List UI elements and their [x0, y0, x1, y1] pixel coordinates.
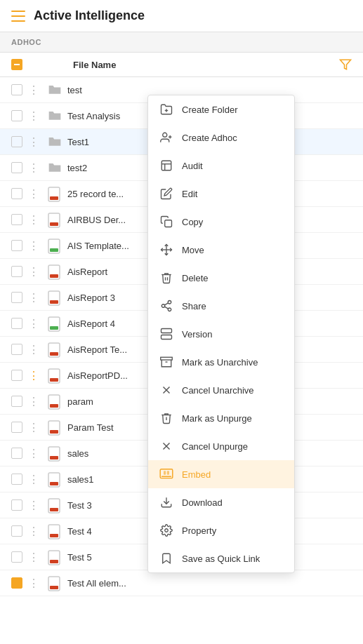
- row-context-dots[interactable]: ⋮: [28, 343, 42, 356]
- svg-rect-41: [165, 220, 172, 227]
- row-checkbox[interactable]: [11, 370, 22, 381]
- row-checkbox[interactable]: [11, 188, 22, 199]
- menu-item-delete[interactable]: Delete: [148, 264, 294, 292]
- menu-item-cancel-unpurge[interactable]: Cancel Unpurge: [148, 432, 294, 460]
- menu-item-share[interactable]: Share: [148, 292, 294, 320]
- row-checkbox[interactable]: [11, 499, 22, 511]
- menu-item-property[interactable]: Property: [148, 516, 294, 544]
- row-context-dots[interactable]: ⋮: [28, 239, 42, 253]
- menu-item-edit[interactable]: Edit: [148, 180, 294, 208]
- report-icon: [48, 368, 62, 382]
- report-icon: [48, 342, 62, 356]
- menu-item-audit[interactable]: Audit: [148, 152, 294, 180]
- row-checkbox[interactable]: [11, 344, 22, 355]
- audit-icon: [159, 159, 173, 173]
- row-checkbox[interactable]: [11, 474, 22, 485]
- row-checkbox[interactable]: [11, 577, 22, 589]
- archive-icon: [159, 355, 173, 369]
- row-checkbox[interactable]: [11, 162, 22, 173]
- menu-item-create-adhoc[interactable]: Create Adhoc: [148, 123, 294, 152]
- row-context-dots[interactable]: ⋮: [28, 109, 42, 123]
- row-checkbox[interactable]: [11, 84, 22, 95]
- menu-item-save-quick[interactable]: Save as Quick Link: [148, 544, 294, 572]
- row-context-dots[interactable]: ⋮: [28, 317, 42, 330]
- row-checkbox[interactable]: [11, 214, 22, 225]
- context-menu: Create Folder Create Adhoc Audit: [147, 95, 295, 573]
- report-icon: [48, 472, 62, 486]
- row-checkbox[interactable]: [11, 318, 22, 329]
- row-context-dots[interactable]: ⋮: [28, 83, 42, 97]
- menu-label: Create Folder: [182, 105, 283, 115]
- report-icon: [48, 550, 62, 564]
- row-context-dots[interactable]: ⋮: [28, 473, 42, 486]
- row-context-dots[interactable]: ⋮: [28, 213, 42, 227]
- folder-icon: [48, 83, 62, 97]
- menu-item-copy[interactable]: Copy: [148, 208, 294, 236]
- version-icon: [159, 327, 173, 341]
- row-checkbox[interactable]: [11, 525, 22, 537]
- svg-rect-61: [161, 476, 171, 477]
- table-header: File Name: [0, 53, 363, 77]
- folder-icon: [48, 161, 62, 175]
- menu-label: Download: [182, 497, 283, 508]
- report-icon: [48, 524, 62, 538]
- menu-item-download[interactable]: Download: [148, 488, 294, 516]
- menu-label: Delete: [182, 273, 283, 283]
- svg-point-65: [165, 529, 169, 532]
- row-context-dots[interactable]: ⋮: [28, 577, 42, 590]
- row-checkbox[interactable]: [11, 266, 22, 277]
- app-header: Active Intelligence: [0, 0, 363, 32]
- row-checkbox[interactable]: [11, 110, 22, 121]
- row-context-dots[interactable]: ⋮: [28, 499, 42, 512]
- menu-label: Property: [182, 525, 283, 536]
- row-context-dots[interactable]: ⋮: [28, 525, 42, 538]
- menu-item-move[interactable]: Move: [148, 236, 294, 264]
- row-context-dots[interactable]: ⋮: [28, 421, 42, 434]
- hamburger-menu-icon[interactable]: [11, 11, 25, 22]
- row-checkbox[interactable]: [11, 551, 22, 563]
- folder-plus-icon: [159, 102, 173, 116]
- trash-icon: [159, 271, 173, 285]
- row-context-dots[interactable]: ⋮: [28, 447, 42, 460]
- menu-label: Mark as Unarchive: [182, 357, 283, 368]
- svg-marker-0: [341, 60, 351, 69]
- row-checkbox[interactable]: [11, 136, 22, 147]
- menu-label: Move: [182, 245, 283, 255]
- svg-rect-26: [50, 508, 58, 511]
- menu-item-mark-unarchive[interactable]: Mark as Unarchive: [148, 348, 294, 376]
- svg-rect-8: [50, 274, 58, 278]
- row-checkbox[interactable]: [11, 422, 22, 433]
- report-icon: [48, 394, 62, 408]
- row-checkbox[interactable]: [11, 292, 22, 303]
- svg-rect-63: [167, 471, 169, 475]
- x-icon: [159, 383, 173, 397]
- header-checkbox[interactable]: [11, 59, 28, 70]
- row-context-dots[interactable]: ⋮: [28, 187, 42, 201]
- row-checkbox[interactable]: [11, 240, 22, 251]
- report-icon: [48, 264, 62, 279]
- row-context-dots[interactable]: ⋮: [28, 551, 42, 564]
- svg-line-47: [164, 307, 168, 309]
- unpurge-icon: [159, 411, 173, 425]
- menu-label: Mark as Unpurge: [182, 413, 283, 424]
- row-context-dots[interactable]: ⋮: [28, 161, 42, 175]
- filter-icon[interactable]: [339, 58, 352, 71]
- svg-point-46: [168, 308, 171, 311]
- menu-item-cancel-unarchive[interactable]: Cancel Unarchive: [148, 376, 294, 404]
- menu-label: Save as Quick Link: [182, 554, 283, 564]
- row-context-dots[interactable]: ⋮: [28, 135, 42, 149]
- menu-label: Cancel Unarchive: [182, 385, 283, 396]
- menu-item-embed[interactable]: Embed: [148, 460, 294, 488]
- row-context-dots[interactable]: ⋮: [28, 265, 42, 279]
- svg-rect-50: [161, 335, 172, 340]
- menu-item-create-folder[interactable]: Create Folder: [148, 95, 294, 123]
- menu-item-mark-unpurge[interactable]: Mark as Unpurge: [148, 404, 294, 432]
- row-context-dots[interactable]: ⋮: [28, 291, 42, 304]
- svg-rect-32: [50, 586, 58, 589]
- menu-item-version[interactable]: Version: [148, 320, 294, 348]
- row-checkbox[interactable]: [11, 396, 22, 407]
- row-context-dots[interactable]: ⋮: [28, 395, 42, 408]
- row-context-dots[interactable]: ⋮: [28, 369, 42, 382]
- row-checkbox[interactable]: [11, 448, 22, 459]
- menu-label: Create Adhoc: [182, 133, 283, 143]
